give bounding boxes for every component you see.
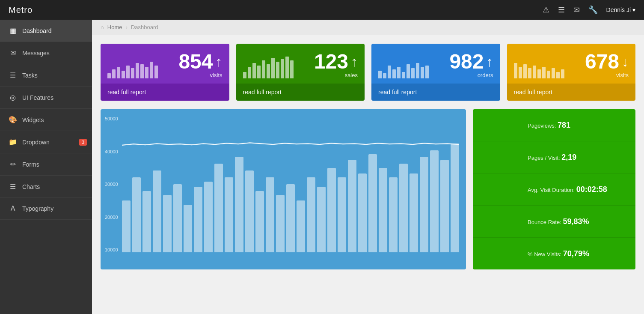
stat-panel-row-2: Avg. Visit Duration: 00:02:58 (473, 173, 635, 206)
chart-bar (327, 168, 336, 252)
card-link-visits-purple[interactable]: read full report (101, 84, 229, 101)
sidebar-label-forms: Forms (22, 161, 39, 168)
sidebar-icon-charts: ☰ (9, 182, 17, 191)
stat-panel-row-1: Pages / Visit: 2,19 (473, 141, 635, 173)
mini-bar (421, 67, 424, 78)
mini-bar (561, 69, 564, 78)
menu-icon[interactable]: ☰ (558, 5, 565, 15)
mini-bar (136, 63, 139, 78)
chart-bar (163, 195, 172, 252)
stat-panel-value-2: 00:02:58 (576, 185, 607, 194)
mini-sparkline-3 (480, 211, 522, 232)
sidebar-item-dropdown[interactable]: 📁 Dropdown 3 (0, 131, 92, 153)
mini-sparkline-4 (480, 243, 522, 264)
sidebar-item-dashboard[interactable]: ▦ Dashboard (0, 20, 92, 42)
card-stat-orders-blue: 982 ↑ orders (449, 51, 493, 78)
chart-bar (286, 184, 295, 252)
stat-panel-value-0: 781 (558, 121, 570, 129)
sidebar-item-typography[interactable]: A Typography (0, 198, 92, 220)
card-link-visits-yellow[interactable]: read full report (507, 84, 636, 101)
chart-bar (348, 160, 356, 252)
stat-card-visits-purple[interactable]: 854 ↑ visits read full report (101, 44, 229, 101)
sidebar-item-ui-features[interactable]: ◎ UI Features (0, 87, 92, 109)
stat-arrow-orders-blue: ↑ (487, 55, 493, 69)
chart-bar (194, 187, 202, 252)
stat-arrow-visits-yellow: ↓ (622, 55, 629, 69)
stat-panel-value-1: 2,19 (561, 153, 576, 161)
mini-bar (262, 60, 265, 78)
stat-panel-info-1: Pages / Visit: 2,19 (528, 153, 629, 162)
mini-bar (402, 72, 405, 78)
chart-bar (153, 170, 161, 252)
card-link-orders-blue[interactable]: read full report (371, 84, 500, 101)
mini-bar (519, 67, 522, 78)
chart-bar (451, 144, 459, 252)
chart-bar (399, 164, 408, 252)
chart-bar (307, 177, 315, 252)
card-link-sales-green[interactable]: read full report (236, 84, 365, 101)
chart-bar (430, 150, 439, 253)
mini-bar (252, 63, 256, 78)
mini-bar (267, 64, 270, 78)
stat-panel-value-3: 59,83% (563, 217, 589, 226)
sidebar-icon-forms: ✏ (9, 160, 17, 168)
chart-bar (317, 187, 326, 252)
breadcrumb: ⌂ Home › Dashboard (92, 20, 644, 35)
sidebar: ▦ Dashboard ✉ Messages ☰ Tasks ◎ UI Feat… (0, 20, 92, 314)
stat-label-visits-yellow: visits (585, 72, 629, 78)
wrench-icon[interactable]: 🔧 (588, 5, 598, 15)
mini-sparkline-0 (480, 114, 522, 136)
bottom-section: 5000040000300002000010000 Pageviews: 781… (92, 109, 644, 278)
user-menu[interactable]: Dennis Ji ▾ (606, 6, 635, 13)
mini-bar (383, 73, 386, 78)
breadcrumb-home[interactable]: Home (107, 24, 122, 30)
sidebar-item-forms[interactable]: ✏ Forms (0, 153, 92, 176)
y-label: 10000 (105, 247, 118, 252)
stat-panel-label-0: Pageviews: (528, 123, 558, 129)
sidebar-label-charts: Charts (22, 183, 40, 190)
breadcrumb-sep: › (126, 24, 128, 30)
chart-bar (255, 191, 264, 252)
alert-icon[interactable]: ⚠ (543, 5, 549, 15)
sidebar-item-charts[interactable]: ☰ Charts (0, 176, 92, 198)
sidebar-label-dashboard: Dashboard (22, 27, 52, 34)
mini-bar (276, 62, 279, 78)
sidebar-icon-dashboard: ▦ (9, 27, 17, 35)
sidebar-icon-dropdown: 📁 (9, 138, 17, 146)
stat-card-orders-blue[interactable]: 982 ↑ orders read full report (371, 44, 500, 101)
chart-bar (122, 200, 131, 252)
chart-bar (410, 173, 418, 252)
mini-bar (425, 66, 429, 78)
y-label: 30000 (105, 182, 118, 187)
sidebar-item-tasks[interactable]: ☰ Tasks (0, 64, 92, 87)
mini-bar (397, 67, 401, 78)
stat-value-orders-blue: 982 (449, 51, 484, 72)
chart-bar (358, 173, 367, 252)
sidebar-icon-tasks: ☰ (9, 71, 17, 79)
sidebar-item-messages[interactable]: ✉ Messages (0, 42, 92, 64)
chart-bar (420, 157, 428, 252)
mini-bar (514, 63, 517, 78)
mini-bar (140, 64, 144, 78)
sidebar-item-widgets[interactable]: 🎨 Widgets (0, 109, 92, 131)
stat-value-sales-green: 123 (314, 51, 348, 72)
y-label: 20000 (105, 215, 118, 220)
chart-bar (266, 177, 274, 252)
mini-bar (122, 71, 125, 78)
card-stat-sales-green: 123 ↑ sales (314, 51, 358, 78)
stat-card-visits-yellow[interactable]: 678 ↓ visits read full report (507, 44, 636, 101)
envelope-icon[interactable]: ✉ (573, 5, 580, 15)
sidebar-icon-ui-features: ◎ (9, 93, 17, 102)
stat-panel-info-2: Avg. Visit Duration: 00:02:58 (528, 185, 629, 194)
mini-bar (552, 68, 555, 78)
stat-number-visits-purple: 854 ↑ (178, 51, 222, 72)
mini-bar (126, 66, 130, 78)
stat-number-orders-blue: 982 ↑ (449, 51, 493, 72)
mini-bar (107, 73, 111, 78)
chart-bar (235, 157, 243, 252)
mini-bar (547, 71, 550, 78)
main-wrapper: ▦ Dashboard ✉ Messages ☰ Tasks ◎ UI Feat… (0, 20, 644, 314)
card-top-visits-yellow: 678 ↓ visits (507, 44, 636, 84)
stat-card-sales-green[interactable]: 123 ↑ sales read full report (236, 44, 365, 101)
chart-bar (173, 184, 182, 252)
